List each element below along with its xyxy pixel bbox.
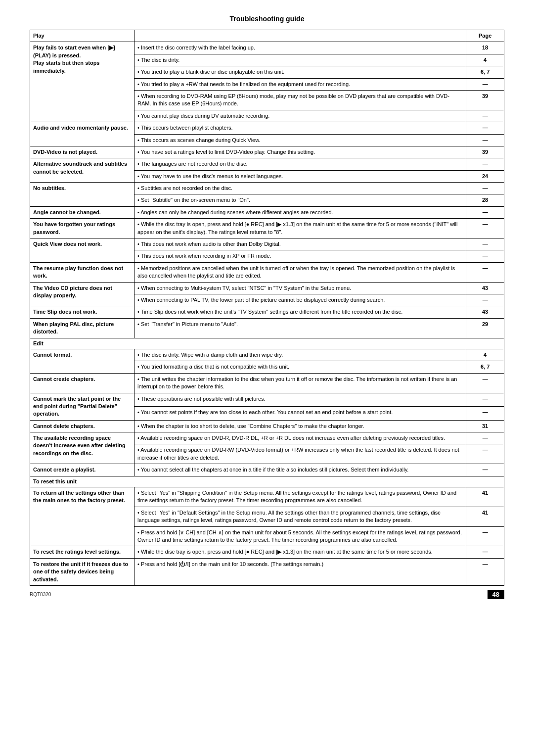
solution-cell: • You have set a ratings level to limit …: [134, 146, 466, 158]
table-row: Audio and video momentarily pause.• This…: [30, 122, 504, 134]
problem-cell: You have forgotten your ratings password…: [30, 219, 134, 238]
solution-cell: • You tried to play a +RW that needs to …: [134, 78, 466, 90]
solution-cell: • While the disc tray is open, press and…: [134, 546, 466, 558]
page-cell: 41: [466, 507, 504, 526]
header-play: Play: [30, 30, 134, 42]
solution-cell: • Memorized positions are cancelled when…: [134, 262, 466, 282]
solution-cell: • These operations are not possible with…: [134, 393, 466, 407]
page-number: 48: [488, 590, 504, 599]
section-header-row: To reset this unit: [30, 476, 504, 487]
solution-cell: • You tried formatting a disc that is no…: [134, 361, 466, 373]
page-cell: —: [466, 122, 504, 134]
solution-cell: • Time Slip does not work when the unit'…: [134, 306, 466, 318]
problem-cell: To restore the unit if it freezes due to…: [30, 558, 134, 585]
table-row: Time Slip does not work.• Time Slip does…: [30, 306, 504, 318]
solution-cell: • Subtitles are not recorded on the disc…: [134, 183, 466, 194]
problem-cell: Quick View does not work.: [30, 238, 134, 263]
page-cell: —: [466, 250, 504, 262]
solution-cell: • When connecting to PAL TV, the lower p…: [134, 294, 466, 306]
solution-cell: • Set "Subtitle" on the on-screen menu t…: [134, 194, 466, 206]
page-cell: 41: [466, 487, 504, 507]
table-row: Cannot format.• The disc is dirty. Wipe …: [30, 349, 504, 361]
table-row: The available recording space doesn't in…: [30, 432, 504, 444]
problem-cell: To return all the settings other than th…: [30, 487, 134, 546]
problem-cell: Time Slip does not work.: [30, 306, 134, 318]
solution-cell: • This occurs between playlist chapters.: [134, 122, 466, 134]
problem-cell: The available recording space doesn't in…: [30, 432, 134, 464]
page-cell: 4: [466, 349, 504, 361]
solution-cell: • This does not work when recording in X…: [134, 250, 466, 262]
page-cell: —: [466, 407, 504, 421]
problem-cell: When playing PAL disc, picture distorted…: [30, 318, 134, 338]
problem-cell: Cannot create chapters.: [30, 373, 134, 393]
table-row: Angle cannot be changed.• Angles can onl…: [30, 206, 504, 218]
page-cell: 24: [466, 170, 504, 182]
page-cell: —: [466, 432, 504, 444]
solution-cell: • Select "Yes" in "Default Settings" in …: [134, 507, 466, 526]
page-cell: —: [466, 219, 504, 238]
page-cell: —: [466, 526, 504, 546]
page-cell: 29: [466, 318, 504, 338]
solution-cell: • Available recording space on DVD-RW (D…: [134, 444, 466, 464]
page-cell: 43: [466, 306, 504, 318]
problem-cell: Angle cannot be changed.: [30, 206, 134, 218]
model-number: RQT8320: [30, 592, 51, 597]
solution-cell: • Angles can only be changed during scen…: [134, 206, 466, 218]
solution-cell: • Press and hold [∨ CH] and [CH ∧] on th…: [134, 526, 466, 546]
page-cell: —: [466, 238, 504, 250]
table-row: Cannot create a playlist.• You cannot se…: [30, 464, 504, 476]
table-row: Cannot create chapters.• The unit writes…: [30, 373, 504, 393]
problem-cell: Cannot create a playlist.: [30, 464, 134, 476]
page-title: Troubleshooting guide: [30, 15, 504, 23]
solution-cell: • Available recording space on DVD-R, DV…: [134, 432, 466, 444]
problem-cell: Cannot mark the start point or the end p…: [30, 393, 134, 420]
problem-cell: Play fails to start even when [▶] (PLAY)…: [30, 42, 134, 122]
page-cell: 6, 7: [466, 66, 504, 78]
page-cell: —: [466, 134, 504, 146]
page-cell: —: [466, 262, 504, 282]
solution-cell: • You cannot set points if they are too …: [134, 407, 466, 421]
problem-cell: Audio and video momentarily pause.: [30, 122, 134, 146]
table-row: Cannot mark the start point or the end p…: [30, 393, 504, 407]
solution-cell: • When recording to DVD-RAM using EP (8H…: [134, 90, 466, 110]
solution-cell: • Insert the disc correctly with the lab…: [134, 42, 466, 54]
page-cell: —: [466, 294, 504, 306]
solution-cell: • When the chapter is too short to delet…: [134, 420, 466, 432]
section-header-label: To reset this unit: [30, 476, 504, 487]
page-cell: 31: [466, 420, 504, 432]
page-cell: 6, 7: [466, 361, 504, 373]
page-cell: 43: [466, 282, 504, 294]
page-cell: 39: [466, 146, 504, 158]
solution-cell: • This does not work when audio is other…: [134, 238, 466, 250]
page-cell: 4: [466, 54, 504, 66]
page-cell: —: [466, 373, 504, 393]
problem-cell: To reset the ratings level settings.: [30, 546, 134, 558]
solution-cell: • Select "Yes" in "Shipping Condition" i…: [134, 487, 466, 507]
solution-cell: • While the disc tray is open, press and…: [134, 219, 466, 238]
page-cell: —: [466, 558, 504, 585]
problem-cell: Alternative soundtrack and subtitles can…: [30, 158, 134, 183]
page-cell: 39: [466, 90, 504, 110]
solution-cell: • The unit writes the chapter informatio…: [134, 373, 466, 393]
problem-cell: DVD-Video is not played.: [30, 146, 134, 158]
table-row: DVD-Video is not played.• You have set a…: [30, 146, 504, 158]
solution-cell: • You may have to use the disc's menus t…: [134, 170, 466, 182]
problem-cell: Cannot format.: [30, 349, 134, 373]
header-page: Page: [466, 30, 504, 42]
page-cell: —: [466, 464, 504, 476]
problem-cell: The resume play function does not work.: [30, 262, 134, 282]
table-row: The resume play function does not work.•…: [30, 262, 504, 282]
section-header-label: Edit: [30, 338, 504, 349]
table-row: No subtitles.• Subtitles are not recorde…: [30, 183, 504, 194]
problem-cell: Cannot delete chapters.: [30, 420, 134, 432]
problem-cell: The Video CD picture does not display pr…: [30, 282, 134, 306]
solution-cell: • The disc is dirty.: [134, 54, 466, 66]
page-cell: —: [466, 183, 504, 194]
solution-cell: • This occurs as scenes change during Qu…: [134, 134, 466, 146]
table-row: To restore the unit if it freezes due to…: [30, 558, 504, 585]
page-cell: 28: [466, 194, 504, 206]
table-row: When playing PAL disc, picture distorted…: [30, 318, 504, 338]
page-cell: 18: [466, 42, 504, 54]
page-cell: —: [466, 158, 504, 170]
solution-cell: • Set "Transfer" in Picture menu to "Aut…: [134, 318, 466, 338]
